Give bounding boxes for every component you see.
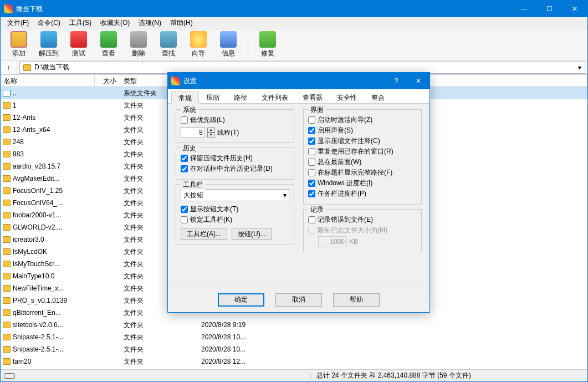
threads-up[interactable]: ▴ [207,128,215,133]
file-name: tam20 [13,358,31,365]
threads-input[interactable] [181,127,205,138]
file-date: 2020/8/28 10... [198,333,587,341]
col-size[interactable]: 大小 [95,75,120,86]
tab-4[interactable]: 查看器 [295,91,330,103]
folder-icon [3,163,11,170]
file-name: 12-Ants_x64 [13,126,50,134]
dialog-buttons: 确定 取消 帮助 [168,287,430,312]
threads-down[interactable]: ▾ [207,133,215,137]
chk-fullpath[interactable]: 在标题栏显示完整路径(F) [308,168,417,177]
group-interface-title: 界面 [308,105,326,115]
group-toolbar: 工具栏 大按钮▾ 显示按钮文本(T) 锁定工具栏(K) 工具栏(A)... 按钮… [176,184,294,245]
chk-sound[interactable]: 启用声音(S) [308,126,417,135]
status-text: 总计 24 个文件夹 和 2,463,140,888 字节 (59 个文件) [311,371,587,380]
help-button[interactable]: 帮助 [333,293,380,307]
tool-extract[interactable]: 解压到 [35,30,63,59]
folder-icon [3,248,11,255]
folder-icon [3,334,11,340]
file-row[interactable]: sitetools-v2.0.6...文件夹2020/8/28 9:19 [1,319,587,331]
file-row[interactable]: Snipaste-2.5.1-...文件夹2020/8/28 10... [1,343,587,355]
minimize-button[interactable]: — [511,1,536,17]
chk-winprog[interactable]: Windows 进度栏(I) [308,179,417,188]
tool-test[interactable]: 测试 [65,30,93,59]
chk-show-text[interactable]: 显示按钮文本(T) [181,205,289,214]
view-icon [100,31,117,48]
group-log-title: 记录 [308,205,326,215]
chk-logerr[interactable]: 记录错误到文件(E) [308,215,417,225]
tab-0[interactable]: 常规 [171,91,199,104]
tool-wizard[interactable]: 向导 [185,30,212,59]
chk-wizard[interactable]: 启动时激活向导(Z) [308,115,417,125]
menu-item[interactable]: 帮助(H) [166,17,197,29]
dialog-body: 系统 低优先级(L) ▴▾ 线程(T) 历史 保留压缩文件历史(H) 在对话框中… [168,104,430,287]
menu-item[interactable]: 选项(N) [134,17,166,29]
folder-icon [3,139,11,145]
folder-icon [3,126,11,133]
chk-ontop[interactable]: 总在最前面(W) [308,157,417,167]
tab-2[interactable]: 路径 [227,91,254,103]
path-dropdown-icon[interactable]: ▾ [578,64,581,72]
tool-find[interactable]: 查找 [155,30,182,59]
chk-low-priority[interactable]: 低优先级(L) [181,115,289,125]
close-button[interactable]: ✕ [562,1,587,17]
file-name: Snipaste-2.5.1-... [13,345,63,353]
menu-item[interactable]: 文件(F) [3,17,33,29]
tab-1[interactable]: 压缩 [199,91,227,103]
btn-buttons[interactable]: 按钮(U)... [232,228,272,240]
folder-icon [3,309,11,316]
dialog-close-button[interactable]: ✕ [407,73,430,89]
folder-icon [23,64,31,71]
dialog-help-button[interactable]: ? [385,73,407,89]
menu-item[interactable]: 收藏夹(O) [96,17,134,29]
menu-bar: 文件(F)命令(C)工具(S)收藏夹(O)选项(N)帮助(H) [1,17,587,29]
file-name: FocusOnIV64_... [13,199,63,207]
tab-6[interactable]: 整合 [364,91,392,103]
file-name: Snipaste-2.5.1-... [13,333,63,341]
chk-reuse[interactable]: 重复使用已存在的窗口(R) [308,147,417,156]
tool-add[interactable]: 添加 [5,30,33,59]
folder-icon [3,102,11,109]
chk-limit: 限制日志文件大小为(M) [308,226,417,235]
log-limit-input [318,236,347,247]
file-name: IsMyTouchScr... [13,260,60,268]
folder-icon [3,114,11,121]
file-name: sitetools-v2.0.6... [13,321,63,329]
tool-info[interactable]: 信息 [214,30,242,59]
toolbar-size-select[interactable]: 大按钮▾ [181,189,289,201]
col-name[interactable]: 名称 [1,75,95,86]
tab-3[interactable]: 文件列表 [254,91,295,103]
maximize-button[interactable]: ☐ [536,1,562,17]
ok-button[interactable]: 确定 [218,293,264,307]
tab-5[interactable]: 安全性 [330,91,364,103]
tool-delete[interactable]: 删除 [125,30,152,59]
folder-icon [3,297,11,304]
chk-allow-history[interactable]: 在对话框中允许历史记录(D) [181,164,289,174]
menu-item[interactable]: 工具(S) [65,17,96,29]
group-toolbar-title: 工具栏 [181,180,205,190]
kb-label: KB [349,238,358,246]
tool-repair[interactable]: 修复 [254,30,282,59]
disk-icon [4,373,15,379]
folder-icon [3,236,11,243]
tool-label: 解压到 [39,49,59,58]
file-name: AvgMakerEdit... [13,175,59,182]
chk-keep-history[interactable]: 保留压缩文件历史(H) [181,154,289,163]
chk-taskprog[interactable]: 任务栏进度栏(P) [308,189,417,198]
toolbar-separator [248,34,248,56]
file-date: 2020/8/28 9:19 [198,321,587,329]
chk-lock-toolbar[interactable]: 锁定工具栏(K) [181,215,289,225]
file-row[interactable]: Snipaste-2.5.1-...文件夹2020/8/28 10... [1,331,587,343]
file-name: aardio_v28.15.7 [13,162,60,170]
btn-toolbar[interactable]: 工具栏(A)... [181,228,227,240]
file-name: 12-Ants [13,114,35,121]
file-row[interactable]: tam20文件夹2020/8/28 12... [1,355,587,368]
folder-icon [3,285,11,292]
file-type: 文件夹 [120,357,198,366]
cancel-button[interactable]: 取消 [275,293,322,307]
file-type: 文件夹 [120,333,198,342]
menu-item[interactable]: 命令(C) [33,17,65,29]
tool-view[interactable]: 查看 [95,30,122,59]
chk-comment[interactable]: 显示压缩文件注释(C) [308,136,417,146]
up-button[interactable]: ↑ [1,60,17,74]
file-name: 983 [13,150,24,158]
